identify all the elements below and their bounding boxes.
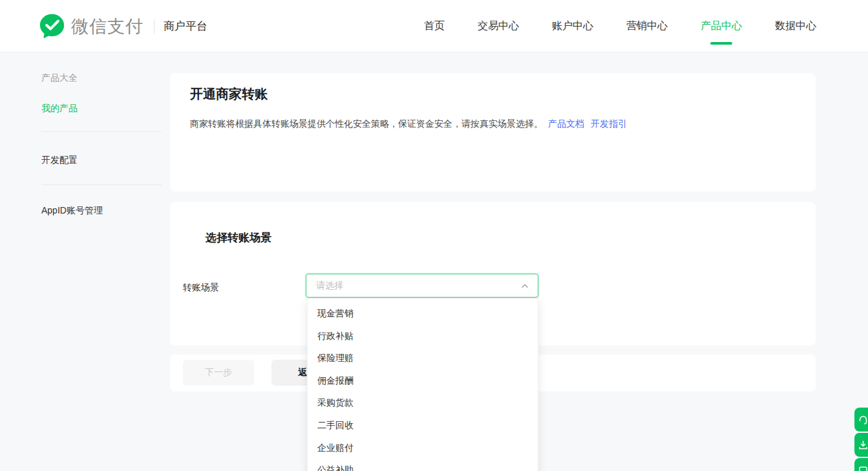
top-nav: 首页 交易中心 账户中心 营销中心 产品中心 数据中心 [424,0,816,52]
chevron-up-icon [520,281,529,290]
transfer-scene-select[interactable]: 请选择 [306,274,538,298]
nav-item[interactable]: 首页 [424,0,445,52]
nav-item[interactable]: 营销中心 [626,0,668,52]
float-button-service[interactable] [854,408,868,432]
nav-item[interactable]: 交易中心 [478,0,519,52]
dev-guide-link[interactable]: 开发指引 [591,118,627,129]
description-text: 商家转账将根据具体转账场景提供个性化安全策略，保证资金安全，请按真实场景选择。 [190,118,543,129]
nav-item[interactable]: 产品中心 [701,0,742,52]
dropdown-option[interactable]: 公益补助 [308,459,538,471]
dropdown-option[interactable]: 现金营销 [308,302,538,325]
sidebar-divider [41,131,162,132]
chat-bubble-icon [858,465,868,471]
intro-card: 开通商家转账 商家转账将根据具体转账场景提供个性化安全策略，保证资金安全，请按真… [170,73,816,192]
sidebar-item-my-products[interactable]: 我的产品 [41,103,78,115]
page-description: 商家转账将根据具体转账场景提供个性化安全策略，保证资金安全，请按真实场景选择。产… [190,118,627,130]
brand[interactable]: 微信支付 商户平台 [39,13,207,39]
platform-name: 商户平台 [164,19,207,34]
form-heading: 选择转账场景 [206,230,271,245]
transfer-scene-dropdown: 现金营销 行政补贴 保险理赔 佣金报酬 采购货款 二手回收 企业赔付 公益补助 [307,298,538,471]
dropdown-option[interactable]: 行政补贴 [308,325,538,347]
sidebar-item-dev-config[interactable]: 开发配置 [41,155,78,166]
transfer-scene-label: 转账场景 [183,282,219,294]
sidebar-item-product-catalog[interactable]: 产品大全 [41,72,78,84]
page: 微信支付 商户平台 首页 交易中心 账户中心 营销中心 产品中心 数据中心 产品… [0,0,868,471]
sidebar-divider [41,184,162,185]
page-title: 开通商家转账 [190,85,268,103]
wechat-pay-logo-icon [39,13,65,39]
floating-button-stack [854,408,868,471]
nav-item[interactable]: 账户中心 [552,0,593,52]
dropdown-option[interactable]: 企业赔付 [308,437,538,459]
float-button-chat[interactable] [854,458,868,471]
headset-icon [858,414,868,425]
dropdown-option[interactable]: 二手回收 [308,414,538,437]
next-step-button[interactable]: 下一步 [183,360,254,386]
product-doc-link[interactable]: 产品文档 [548,118,584,129]
dropdown-option[interactable]: 采购货款 [308,391,538,414]
dropdown-option[interactable]: 保险理赔 [308,347,538,369]
float-button-feedback[interactable] [854,433,868,457]
header: 微信支付 商户平台 首页 交易中心 账户中心 营销中心 产品中心 数据中心 [0,0,868,52]
nav-item[interactable]: 数据中心 [775,0,816,52]
feedback-download-icon [858,439,868,450]
brand-separator [154,19,154,34]
sidebar-item-appid-management[interactable]: AppID账号管理 [41,205,103,217]
brand-name: 微信支付 [71,15,143,38]
select-placeholder: 请选择 [316,280,520,292]
dropdown-option[interactable]: 佣金报酬 [308,369,538,392]
